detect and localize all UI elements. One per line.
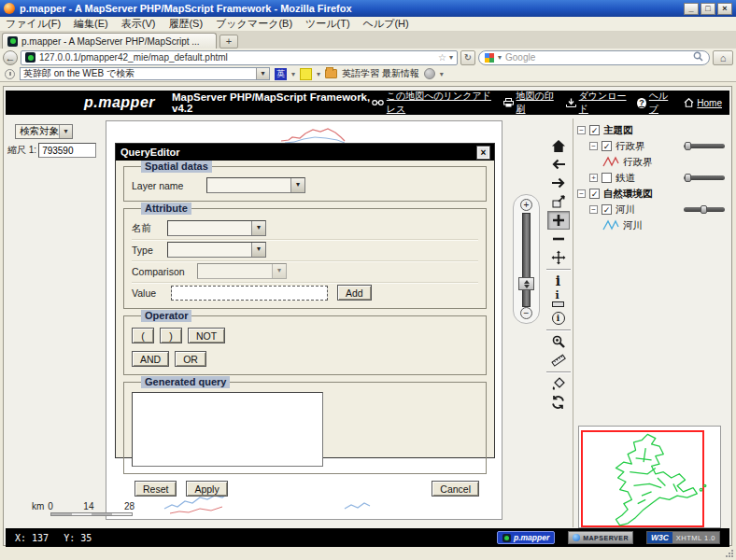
search-box[interactable]: ▾ Google	[478, 50, 710, 65]
minimize-button[interactable]: _	[684, 3, 699, 15]
link-home[interactable]: Home	[684, 98, 722, 108]
reload-button[interactable]: ↻	[460, 50, 475, 65]
url-bar[interactable]: 127.0.0.1/pmapper42_mie/map_default.phtm…	[21, 50, 458, 65]
comparison-select[interactable]: ▾	[197, 263, 287, 279]
w3c-xhtml-badge[interactable]: W3C XHTML 1.0	[646, 531, 720, 544]
pmapper-badge[interactable]: p.mapper	[497, 531, 555, 544]
zoom-slider-handle[interactable]	[518, 277, 534, 290]
resize-grip[interactable]	[725, 549, 734, 558]
badge-caret-icon[interactable]: ▾	[317, 70, 320, 78]
layer-checkbox[interactable]: ✓	[602, 204, 612, 215]
menu-tools[interactable]: ツール(T)	[305, 17, 350, 31]
open-paren-button[interactable]: (	[132, 328, 154, 343]
and-button[interactable]: AND	[132, 351, 169, 367]
opacity-knob[interactable]	[685, 174, 691, 182]
forward-extent-button[interactable]	[547, 174, 570, 192]
zoom-slider-track[interactable]	[522, 213, 531, 307]
home-extent-button[interactable]	[547, 136, 570, 155]
expand-icon[interactable]: +	[589, 174, 598, 182]
opacity-knob[interactable]	[685, 142, 691, 150]
zoom-slider[interactable]: + −	[513, 194, 540, 324]
menu-history[interactable]: 履歴(S)	[168, 17, 203, 31]
collapse-icon[interactable]: −	[589, 142, 598, 150]
search-target-select[interactable]: 検索対象 ▾	[15, 124, 73, 139]
apply-button[interactable]: Apply	[186, 481, 227, 497]
measure-button[interactable]	[547, 351, 570, 370]
opacity-slider[interactable]	[684, 206, 725, 213]
zoom-out-button[interactable]	[547, 230, 570, 248]
attribute-name-select[interactable]: ▾	[167, 220, 266, 236]
group-label[interactable]: 自然環境図	[603, 188, 653, 201]
mapserver-badge[interactable]: MAPSERVER	[568, 531, 633, 544]
bookmark-item[interactable]: 英語学習 最新情報	[342, 67, 419, 80]
zoom-to-selected-button[interactable]	[547, 192, 570, 211]
link-help[interactable]: ? ヘルプ	[637, 90, 673, 116]
dialog-close-button[interactable]: ×	[477, 147, 489, 159]
layer-checkbox[interactable]	[602, 173, 612, 183]
opacity-knob[interactable]	[701, 205, 707, 214]
opacity-slider[interactable]	[684, 143, 725, 149]
tree-group-row[interactable]: − ✓ 自然環境図	[577, 186, 727, 202]
back-extent-button[interactable]	[547, 155, 570, 174]
scale-input[interactable]	[38, 143, 96, 158]
new-tab-button[interactable]: +	[219, 35, 238, 49]
close-button[interactable]: ×	[717, 3, 732, 15]
history-icon[interactable]	[5, 69, 15, 79]
menu-file[interactable]: ファイル(F)	[6, 17, 61, 31]
dictionary-badge-icon[interactable]: 英	[275, 68, 287, 80]
link-download[interactable]: ダウンロード	[566, 90, 628, 116]
urlbar-dropdown-icon[interactable]: ▾	[449, 53, 453, 62]
value-input[interactable]	[171, 286, 328, 301]
highlighter-icon[interactable]	[300, 68, 312, 80]
bookmark-star-icon[interactable]: ☆	[438, 52, 446, 63]
add-point-button[interactable]	[547, 374, 570, 393]
add-button[interactable]: Add	[337, 285, 372, 301]
collapse-icon[interactable]: −	[589, 205, 598, 214]
browser-home-button[interactable]: ⌂	[713, 50, 733, 65]
layer-name-select[interactable]: ▾	[206, 177, 305, 193]
tree-layer-row[interactable]: − ✓ 河川	[589, 202, 727, 217]
type-select[interactable]: ▾	[167, 242, 266, 258]
search-engine-dropdown-icon[interactable]: ▾	[498, 53, 502, 62]
layer-label[interactable]: 河川	[616, 203, 635, 217]
link-print-map[interactable]: 地図の印刷	[503, 90, 556, 116]
link-map-address[interactable]: この地図へのリンクアドレス	[372, 90, 493, 116]
dialog-titlebar[interactable]: QueryEditor ×	[116, 144, 494, 161]
menu-view[interactable]: 表示(V)	[121, 17, 156, 31]
slider-zoom-out-button[interactable]: −	[520, 307, 532, 319]
generated-query-textarea[interactable]	[132, 392, 323, 467]
layer-label[interactable]: 行政界	[616, 140, 645, 153]
menu-edit[interactable]: 編集(E)	[74, 17, 108, 31]
tree-layer-row[interactable]: + 鉄道	[589, 170, 727, 186]
badge-caret-icon[interactable]: ▾	[291, 70, 295, 78]
collapse-icon[interactable]: −	[577, 189, 586, 198]
layer-checkbox[interactable]: ✓	[589, 189, 600, 199]
reference-map[interactable]	[578, 426, 721, 528]
reset-button[interactable]: Reset	[134, 481, 177, 497]
tree-layer-row[interactable]: − ✓ 行政界	[589, 138, 727, 154]
quick-search-field[interactable]: 英辞郎 on the WEB で検索 ▾	[20, 67, 270, 80]
slider-zoom-in-button[interactable]: +	[520, 199, 532, 211]
maximize-button[interactable]: □	[701, 3, 715, 15]
active-tab[interactable]: p.mapper - A MapServer PHP/MapScript ...	[2, 33, 217, 49]
refresh-button[interactable]	[547, 393, 570, 412]
zoom-in-button[interactable]	[547, 211, 570, 230]
select-button[interactable]: i	[547, 290, 570, 309]
collapse-icon[interactable]: −	[577, 126, 586, 134]
magnifier-icon[interactable]	[693, 51, 703, 63]
tree-group-row[interactable]: − ✓ 主題図	[577, 122, 727, 138]
layer-checkbox[interactable]: ✓	[589, 125, 600, 135]
identify-button[interactable]: i	[547, 272, 570, 290]
or-button[interactable]: OR	[175, 351, 206, 367]
badge-caret-icon[interactable]: ▾	[440, 70, 444, 78]
quick-search-dropdown[interactable]: ▾	[256, 68, 269, 79]
layer-label[interactable]: 鉄道	[616, 172, 635, 185]
not-button[interactable]: NOT	[188, 328, 225, 343]
auto-identify-button[interactable]: i	[547, 309, 570, 328]
close-paren-button[interactable]: )	[160, 328, 182, 343]
menu-bookmarks[interactable]: ブックマーク(B)	[216, 17, 292, 31]
menu-help[interactable]: ヘルプ(H)	[363, 17, 409, 31]
group-label[interactable]: 主題図	[603, 124, 633, 137]
globe-icon[interactable]	[424, 68, 435, 79]
layer-checkbox[interactable]: ✓	[602, 141, 612, 151]
